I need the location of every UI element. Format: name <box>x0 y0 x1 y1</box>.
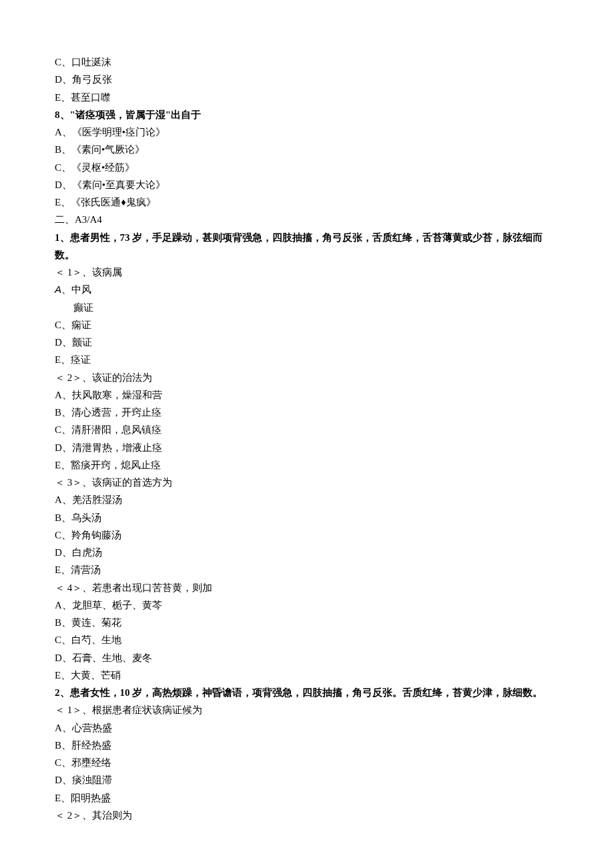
case2-sub1-option-d: D、痰浊阻滞 <box>55 771 559 789</box>
case1-sub3-option-e: E、清营汤 <box>55 561 559 578</box>
case1-sub3-option-c: C、羚角钩藤汤 <box>55 526 559 544</box>
case1-sub1-option-d: D、颤证 <box>55 334 559 351</box>
case1-sub4-option-b: B、黄连、菊花 <box>55 614 559 631</box>
case1-sub2-option-d: D、清泄胃热，增液止痉 <box>55 439 559 456</box>
case1-sub4-option-d: D、石膏、生地、麦冬 <box>55 649 559 667</box>
case1-sub3-option-d: D、白虎汤 <box>55 544 559 561</box>
case1-sub3-label: ＜ 3＞、该病证的首选方为 <box>55 474 559 491</box>
q8-option-b: B、《素问•气厥论》 <box>55 141 559 158</box>
case1-sub2-option-e: E、豁痰开窍，熄风止痉 <box>55 456 559 474</box>
case2-stem: 2、患者女性，10 岁，高热烦躁，神昏谵语，项背强急，四肢抽搐，角弓反张。舌质红… <box>55 684 559 701</box>
case2-sub1-label: ＜ 1＞、根据患者症状该病证候为 <box>55 701 559 719</box>
case1-sub4-option-a: A、龙胆草、栀子、黄芩 <box>55 596 559 614</box>
q8-option-d: D、《素问•至真要大论》 <box>55 176 559 193</box>
case2-sub1-option-e: E、阳明热盛 <box>55 789 559 807</box>
case2-sub1-option-b: B、肝经热盛 <box>55 737 559 754</box>
q7-option-d: D、角弓反张 <box>55 71 559 88</box>
q7-option-c: C、口吐涎沫 <box>55 53 559 71</box>
case2-sub1-option-c: C、邪壅经络 <box>55 754 559 771</box>
case1-sub3-option-b: B、乌头汤 <box>55 509 559 526</box>
q8-stem: 8、"诸痉项强，皆属于湿"出自于 <box>55 106 559 123</box>
case2-sub1-option-a: A、心营热盛 <box>55 719 559 737</box>
option-letter-a: A <box>55 284 61 295</box>
option-a-text: 、中风 <box>61 284 91 295</box>
case1-sub4-option-e: E、大黄、芒硝 <box>55 667 559 684</box>
case1-sub1-option-c: C、痫证 <box>55 316 559 334</box>
case1-sub2-option-c: C、清肝潜阳，息风镇痉 <box>55 421 559 438</box>
q8-option-e: E、《张氏医通♦鬼疯》 <box>55 193 559 211</box>
q8-option-a: A、《医学明理•痉门论》 <box>55 123 559 141</box>
case1-sub2-label: ＜ 2＞、该证的治法为 <box>55 369 559 386</box>
case1-sub4-label: ＜ 4＞、若患者出现口苦苔黄，则加 <box>55 579 559 596</box>
case1-sub1-label: ＜ 1＞、该病属 <box>55 264 559 281</box>
case1-sub2-option-b: B、清心透营，开窍止痉 <box>55 404 559 421</box>
section-2-header: 二、A3/A4 <box>55 211 559 228</box>
q8-option-c: C、《灵枢•经筋》 <box>55 159 559 176</box>
case1-sub2-option-a: A、扶风散寒，燥湿和营 <box>55 386 559 404</box>
case1-sub1-option-a: A、中风 <box>55 281 559 298</box>
case1-stem: 1、患者男性，73 岁，手足躁动，甚则项背强急，四肢抽搐，角弓反张，舌质红绛，舌… <box>55 229 559 264</box>
case1-sub3-option-a: A、羌活胜湿汤 <box>55 491 559 508</box>
case2-sub2-label: ＜ 2＞、其治则为 <box>55 807 559 824</box>
case1-sub1-option-e: E、痉证 <box>55 351 559 368</box>
case1-sub4-option-c: C、白芍、生地 <box>55 631 559 648</box>
q7-option-e: E、甚至口噤 <box>55 89 559 106</box>
case1-sub1-option-b: 癫证 <box>55 299 559 316</box>
